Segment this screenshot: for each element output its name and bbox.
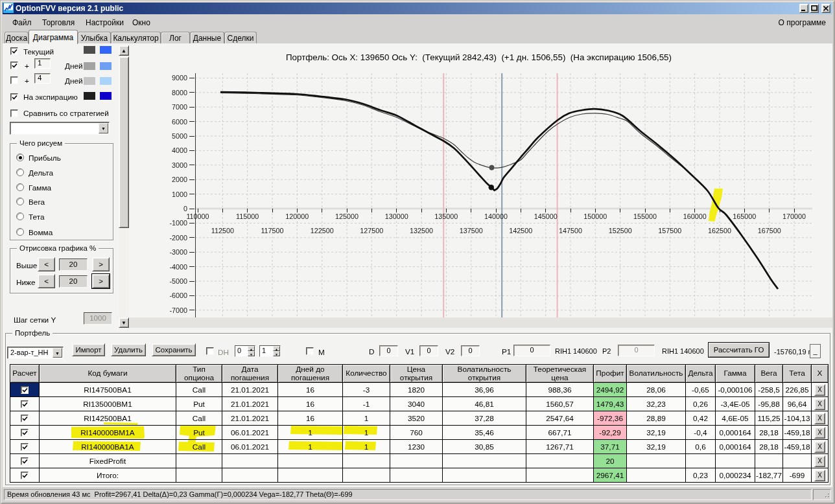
svg-text:0: 0 [183, 205, 187, 212]
svg-text:112500: 112500 [211, 227, 234, 235]
svg-text:5000: 5000 [172, 132, 187, 140]
svg-text:150000: 150000 [583, 212, 607, 220]
svg-text:9000: 9000 [172, 74, 187, 82]
svg-text:-5000: -5000 [169, 277, 187, 285]
svg-text:-7000: -7000 [169, 306, 187, 314]
svg-text:-6000: -6000 [169, 292, 187, 299]
svg-text:-2000: -2000 [169, 234, 187, 242]
svg-text:125000: 125000 [335, 212, 359, 220]
svg-text:6000: 6000 [172, 118, 187, 126]
svg-text:122500: 122500 [311, 227, 334, 235]
svg-text:155000: 155000 [633, 212, 657, 220]
svg-text:110000: 110000 [186, 212, 209, 220]
svg-text:137500: 137500 [460, 227, 483, 235]
svg-text:162500: 162500 [708, 227, 731, 235]
svg-text:135000: 135000 [434, 212, 458, 220]
svg-text:127500: 127500 [360, 227, 383, 235]
svg-text:165000: 165000 [733, 212, 756, 220]
svg-text:4000: 4000 [172, 146, 187, 154]
svg-text:2000: 2000 [172, 176, 187, 183]
svg-text:160000: 160000 [683, 212, 707, 220]
svg-text:145000: 145000 [534, 212, 558, 220]
svg-text:140000: 140000 [484, 212, 508, 220]
svg-text:130000: 130000 [385, 212, 408, 220]
svg-text:1000: 1000 [172, 190, 187, 198]
svg-text:157500: 157500 [658, 227, 681, 235]
svg-text:7000: 7000 [172, 103, 187, 111]
svg-text:167500: 167500 [758, 227, 781, 235]
svg-text:132500: 132500 [410, 227, 433, 235]
svg-text:3000: 3000 [172, 161, 187, 169]
svg-text:-1000: -1000 [169, 219, 187, 227]
svg-text:120000: 120000 [285, 212, 309, 220]
svg-text:117500: 117500 [261, 227, 283, 235]
svg-text:-4000: -4000 [169, 263, 187, 271]
svg-text:8000: 8000 [172, 89, 187, 97]
svg-text:115000: 115000 [236, 212, 259, 220]
svg-text:152500: 152500 [609, 227, 632, 235]
svg-text:-3000: -3000 [169, 248, 187, 256]
svg-text:142500: 142500 [509, 227, 532, 235]
svg-text:170000: 170000 [782, 212, 806, 220]
svg-text:147500: 147500 [559, 227, 582, 235]
